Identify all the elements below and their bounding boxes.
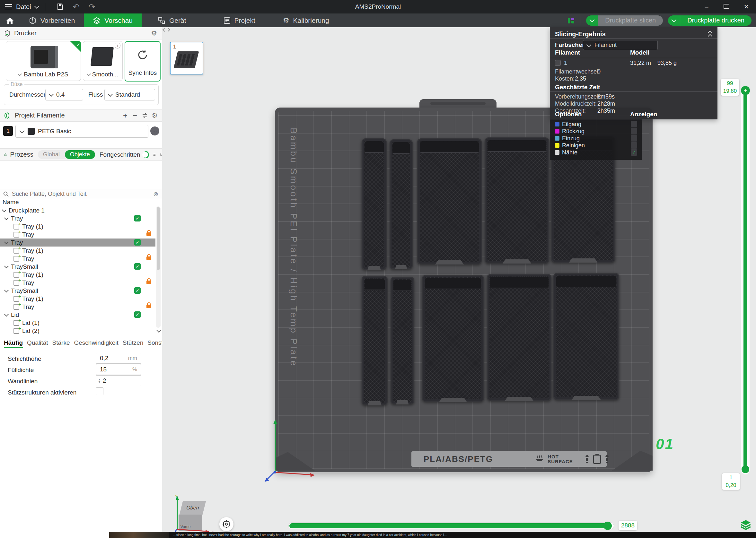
- visibility-checkbox[interactable]: ✓: [134, 239, 141, 245]
- view-cube[interactable]: Oben Vorne y x: [177, 496, 215, 533]
- infill-input[interactable]: 15%: [96, 364, 141, 375]
- visibility-checkbox[interactable]: ✓: [134, 215, 141, 222]
- tree-row-tray[interactable]: Tray: [0, 231, 155, 239]
- tree-row-druckplatte-1[interactable]: Druckplatte 1: [0, 206, 155, 214]
- color-scheme-select[interactable]: Filament: [583, 40, 658, 50]
- lock-icon[interactable]: [146, 305, 151, 308]
- layer-slider-bottom-handle[interactable]: [741, 465, 749, 473]
- param-tab-stützen[interactable]: Stützen: [123, 339, 143, 348]
- tray-model[interactable]: [389, 139, 413, 269]
- tab-kalibrierung[interactable]: ⚙ Kalibrierung: [274, 14, 338, 27]
- flow-select[interactable]: Standard: [104, 89, 155, 100]
- printer-settings-gear-icon[interactable]: ⚙: [151, 29, 157, 37]
- slice-plate-button[interactable]: Druckplatte slicen: [598, 16, 663, 26]
- home-button[interactable]: [0, 14, 20, 27]
- advanced-toggle[interactable]: [144, 151, 149, 158]
- tray-model[interactable]: [390, 277, 414, 404]
- expander-icon[interactable]: [4, 288, 9, 292]
- option-show-checkbox[interactable]: ✓: [631, 149, 637, 156]
- plate-list-icon[interactable]: [566, 16, 575, 25]
- tab-vorschau[interactable]: Vorschau: [84, 14, 142, 27]
- tray-model[interactable]: [553, 273, 619, 400]
- param-tab-geschwindigkeit[interactable]: Geschwindigkeit: [74, 339, 119, 348]
- param-tab-stärke[interactable]: Stärke: [52, 339, 70, 348]
- tree-row-tray-1-[interactable]: Tray (1): [0, 271, 155, 279]
- lock-icon[interactable]: [146, 256, 151, 260]
- visibility-checkbox[interactable]: ✓: [134, 287, 141, 294]
- move-slider[interactable]: [288, 522, 614, 529]
- option-show-checkbox[interactable]: [631, 142, 637, 149]
- option-show-checkbox[interactable]: [631, 128, 637, 134]
- lock-icon[interactable]: [146, 233, 151, 236]
- param-tab-qualität[interactable]: Qualität: [27, 339, 48, 348]
- swap-filament-icon[interactable]: [142, 112, 148, 119]
- tree-row-tray[interactable]: Tray✓: [0, 239, 155, 246]
- option-show-checkbox[interactable]: [631, 121, 637, 128]
- collapse-panel-icon[interactable]: [709, 31, 712, 38]
- tab-vorbereiten[interactable]: Vorbereiten: [20, 14, 84, 27]
- redo-button[interactable]: ↷: [88, 0, 95, 14]
- layer-slider-top-handle[interactable]: +: [741, 86, 750, 95]
- tree-row-tray-1-[interactable]: Tray (1): [0, 246, 155, 254]
- search-input[interactable]: [11, 190, 153, 198]
- tree-row-tray[interactable]: Tray: [0, 279, 155, 287]
- tray-model[interactable]: [487, 274, 552, 401]
- tree-scrollbar[interactable]: [156, 206, 160, 328]
- scope-objekte[interactable]: Objekte: [65, 150, 95, 159]
- tune-icon[interactable]: [160, 152, 162, 158]
- sync-infos-button[interactable]: Sync Infos: [125, 41, 160, 81]
- tree-row-lid[interactable]: Lid✓: [0, 311, 155, 319]
- save-button[interactable]: [56, 3, 64, 11]
- visibility-checkbox[interactable]: ✓: [134, 311, 141, 318]
- tray-model[interactable]: [422, 275, 484, 402]
- param-tab-häufig[interactable]: Häufig: [4, 339, 23, 348]
- add-filament-button[interactable]: +: [123, 111, 128, 120]
- tree-row-tray[interactable]: Tray: [0, 303, 155, 311]
- layer-height-input[interactable]: 0,2mm: [96, 353, 141, 364]
- view-orient-button[interactable]: [219, 517, 233, 531]
- undo-button[interactable]: ↶: [73, 0, 80, 14]
- tree-row-lid-1-[interactable]: Lid (1): [0, 319, 155, 327]
- printer-card-bambu-lab-p2s[interactable]: ✓ Bambu Lab P2S: [6, 41, 81, 81]
- wall-loops-stepper[interactable]: ▴▾ 2: [96, 375, 141, 386]
- clear-search-icon[interactable]: ⊗: [153, 190, 158, 198]
- plate-thumbnail[interactable]: 1: [170, 42, 203, 75]
- minimize-button[interactable]: –: [703, 3, 710, 11]
- tree-scroll-down-icon[interactable]: [156, 328, 161, 333]
- expander-icon[interactable]: [4, 264, 9, 268]
- print-dropdown-button[interactable]: [668, 16, 680, 26]
- tab-geraet[interactable]: Gerät: [149, 14, 195, 27]
- nozzle-diameter-select[interactable]: 0.4: [45, 89, 83, 100]
- sidebar-collapse-handle[interactable]: [163, 28, 170, 31]
- stepper-arrows-icon[interactable]: ▴▾: [98, 378, 100, 383]
- remove-filament-button[interactable]: −: [133, 111, 137, 120]
- list-view-icon[interactable]: [153, 152, 156, 158]
- expander-icon[interactable]: [4, 312, 9, 316]
- tree-row-tray-1-[interactable]: Tray (1): [0, 295, 155, 303]
- tab-projekt[interactable]: Projekt: [214, 14, 264, 27]
- maximize-button[interactable]: [723, 3, 730, 11]
- tree-row-traysmall[interactable]: TraySmall✓: [0, 263, 155, 271]
- close-button[interactable]: ✕: [742, 3, 750, 11]
- tree-row-tray[interactable]: Tray: [0, 254, 155, 263]
- plate-card-smooth[interactable]: i Smooth...: [83, 41, 123, 81]
- expander-icon[interactable]: [2, 207, 6, 212]
- tray-model[interactable]: [362, 276, 388, 405]
- print-plate-button[interactable]: Druckplatte drucken: [680, 16, 751, 26]
- scope-global[interactable]: Global: [38, 150, 65, 159]
- tree-row-tray[interactable]: Tray✓: [0, 214, 155, 222]
- move-slider-handle[interactable]: [604, 522, 612, 530]
- expander-icon[interactable]: [4, 240, 9, 244]
- filament-more-button[interactable]: ⋯: [150, 127, 159, 135]
- slice-dropdown-button[interactable]: [586, 16, 598, 26]
- tray-model[interactable]: [417, 138, 482, 264]
- file-menu[interactable]: Datei: [0, 3, 38, 11]
- option-show-checkbox[interactable]: [631, 135, 637, 141]
- layer-slider-range[interactable]: [743, 94, 747, 469]
- tree-row-tray-1-[interactable]: Tray (1): [0, 222, 155, 231]
- expander-icon[interactable]: [4, 215, 9, 220]
- tray-model[interactable]: [362, 138, 387, 270]
- filament-settings-gear-icon[interactable]: ⚙: [151, 112, 158, 119]
- supports-checkbox[interactable]: [96, 388, 103, 395]
- lock-icon[interactable]: [146, 281, 151, 284]
